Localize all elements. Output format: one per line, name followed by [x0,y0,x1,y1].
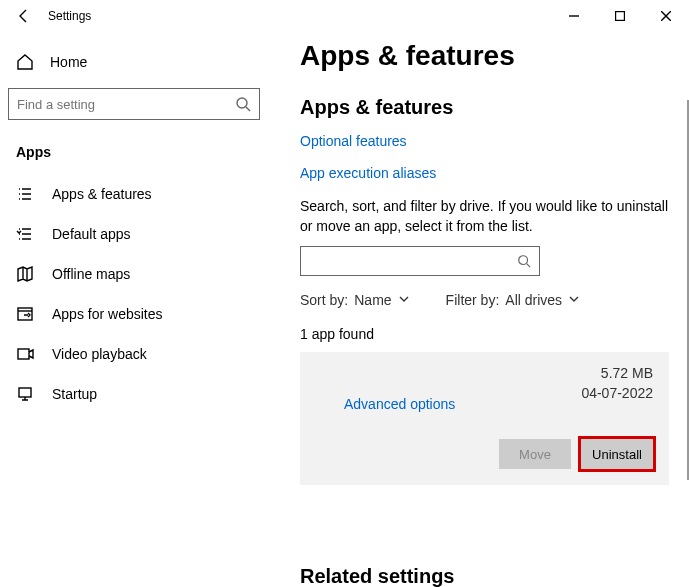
home-icon [16,53,34,71]
advanced-options-link[interactable]: Advanced options [344,396,455,412]
chevron-down-icon [398,292,410,308]
video-icon [16,345,34,363]
chevron-down-icon [568,292,580,308]
description-text: Search, sort, and filter by drive. If yo… [300,197,669,236]
startup-icon [16,385,34,403]
home-label: Home [50,54,87,70]
uninstall-button[interactable]: Uninstall [581,439,653,469]
section-title: Apps & features [300,96,669,119]
page-title: Apps & features [300,40,669,72]
nav-apps-features[interactable]: Apps & features [8,174,260,214]
nav-apps-websites[interactable]: Apps for websites [8,294,260,334]
svg-rect-4 [19,388,31,397]
defaults-icon [16,225,34,243]
filter-label: Filter by: [446,292,500,308]
app-window-icon [16,305,34,323]
sort-value: Name [354,292,391,308]
app-date: 04-07-2022 [581,384,653,404]
related-settings-title: Related settings [300,565,669,587]
app-search[interactable] [300,246,540,276]
nav-default-apps[interactable]: Default apps [8,214,260,254]
nav-label: Startup [52,386,97,402]
nav-label: Offline maps [52,266,130,282]
app-size: 5.72 MB [581,364,653,384]
nav-video-playback[interactable]: Video playback [8,334,260,374]
svg-rect-3 [18,349,29,359]
sort-label: Sort by: [300,292,348,308]
nav-offline-maps[interactable]: Offline maps [8,254,260,294]
nav-label: Default apps [52,226,131,242]
sort-dropdown[interactable]: Sort by: Name [300,292,410,308]
search-icon [517,254,531,268]
nav-startup[interactable]: Startup [8,374,260,414]
optional-features-link[interactable]: Optional features [300,133,669,149]
app-search-input[interactable] [309,254,517,269]
search-icon [235,96,251,112]
app-aliases-link[interactable]: App execution aliases [300,165,669,181]
svg-point-1 [237,98,247,108]
move-button: Move [499,439,571,469]
nav-label: Video playback [52,346,147,362]
list-icon [16,185,34,203]
map-icon [16,265,34,283]
search-input[interactable] [17,97,227,112]
nav-label: Apps for websites [52,306,163,322]
filter-dropdown[interactable]: Filter by: All drives [446,292,580,308]
sidebar: Home Apps Apps & features Default apps O… [0,0,276,587]
results-count: 1 app found [300,326,669,342]
svg-point-5 [519,256,528,265]
home-nav[interactable]: Home [8,44,260,80]
nav-label: Apps & features [52,186,152,202]
app-list-item[interactable]: 5.72 MB 04-07-2022 Advanced options Move… [300,352,669,485]
filter-value: All drives [505,292,562,308]
category-header: Apps [16,144,260,160]
content-pane: Apps & features Apps & features Optional… [276,0,689,587]
sidebar-search[interactable] [8,88,260,120]
